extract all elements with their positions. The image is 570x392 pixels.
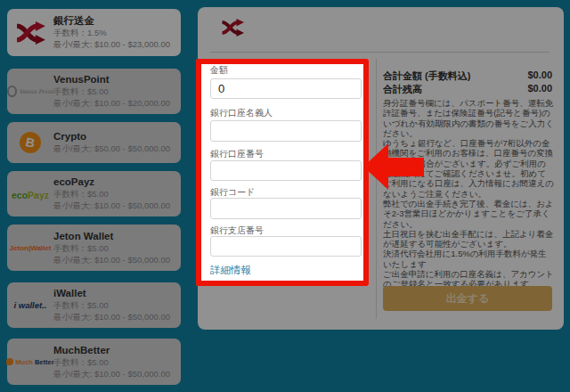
shuffle-arrows-icon [7,21,53,45]
ecopayz-logo-icon: ecoPayz [7,186,53,202]
payment-method-crypto[interactable]: B Crypto 最小/最大: $50.00 - $50,000.00 [7,122,181,163]
jeton-logo-icon: Jeton|Wallet [7,244,53,252]
header-divider [210,52,550,53]
method-fee: 手数料：$5.00 [53,189,177,200]
method-fee: 手数料：1.5% [53,28,177,38]
withdrawal-notes: 身分証番号欄には、パスポート番号、運転免許証番号、または保険証番号(記号と番号)… [383,98,554,290]
total-balance-label: 合計残高 [383,83,422,96]
total-balance-value: $0.00 [527,83,552,96]
account-number-label: 銀行口座番号 [210,148,264,160]
method-name: ecoPayz [53,176,177,188]
bank-code-label: 銀行コード [210,186,255,199]
total-amount-value: $0.00 [527,69,552,83]
method-fee: 手数料：$5.00 [53,357,177,368]
account-holder-label: 銀行口座名義人 [210,107,273,119]
amount-input[interactable] [210,78,362,99]
method-name: Crypto [53,131,177,143]
note-paragraph: 弊社での出金手続き完了後、着金には、およそ2-3営業日ほどかかりますことをご了承… [383,199,554,229]
method-minmax: 最小/最大: $50.00 - $50,000.00 [53,143,177,154]
total-amount-label: 合計金額 (手数料込) [383,69,470,83]
note-paragraph: ゆうちょ銀行など、口座番号が7桁以外の金融機関をご利用のお客様は、口座番号の変換… [383,138,554,199]
method-minmax: 最小/最大: $10.00 - $50,000.00 [53,369,177,380]
payment-method-venuspoint[interactable]: Venus Point VenusPoint 手数料：$5.00 最小/最大: … [7,69,181,114]
method-fee: 手数料：$5.00 [53,86,177,97]
note-paragraph: 身分証番号欄には、パスポート番号、運転免許証番号、または保険証番号(記号と番号)… [383,98,554,138]
branch-number-input[interactable] [210,236,362,257]
account-number-input[interactable] [210,160,362,181]
method-name: Jeton Wallet [53,231,177,242]
method-minmax: 最小/最大: $10.00 - $20,000.00 [53,98,177,109]
bank-code-input[interactable] [210,198,362,219]
shuffle-arrows-icon [221,19,244,40]
method-minmax: 最小/最大: $10.00 - $23,000.00 [53,39,177,50]
bitcoin-icon: B [7,132,53,153]
payment-method-muchbetter[interactable]: MuchBetter MuchBetter 手数料：$5.00 最小/最大: $… [7,339,181,385]
withdraw-button[interactable]: 出金する [383,286,552,311]
payment-method-ecopayz[interactable]: ecoPayz ecoPayz 手数料：$5.00 最小/最大: $10.00 … [7,171,181,216]
iwallet-logo-icon: i wallet.. [7,300,53,310]
method-name: MuchBetter [53,345,177,356]
payment-method-iwallet[interactable]: i wallet.. iWallet 手数料：$5.00 最小/最大: $10.… [7,282,181,328]
method-name: iWallet [53,288,177,299]
withdrawal-panel: 金額 銀行口座名義人 銀行口座番号 銀行コード 銀行支店番号 詳細情報 合計金額… [198,7,564,330]
muchbetter-logo-icon: MuchBetter [7,358,53,366]
method-name: VenusPoint [53,74,177,86]
method-minmax: 最小/最大: $10.00 - $50,000.00 [53,200,177,211]
payment-method-bank-transfer[interactable]: 銀行送金 手数料：1.5% 最小/最大: $10.00 - $23,000.00 [7,9,181,56]
method-fee: 手数料：$5.00 [53,300,177,311]
method-minmax: 最小/最大: $10.00 - $50,000.00 [53,255,177,265]
note-paragraph: 土日祝日を挟む出金手配には、上記より着金が遅延する可能性がございます。 [383,229,554,249]
method-name: 銀行送金 [53,15,177,27]
details-link[interactable]: 詳細情報 [210,264,251,277]
account-holder-input[interactable] [210,120,362,142]
venuspoint-logo-icon: Venus Point [7,86,53,97]
branch-number-label: 銀行支店番号 [210,225,264,237]
payment-method-jeton-wallet[interactable]: Jeton|Wallet Jeton Wallet 手数料：$5.00 最小/最… [7,225,181,271]
method-minmax: 最小/最大: $10.00 - $50,000.00 [53,312,177,323]
column-divider [376,59,377,319]
note-paragraph: 決済代行会社用に1.5%の利用手数料が発生いたします [383,249,554,269]
method-fee: 手数料：$5.00 [53,243,177,254]
amount-label: 金額 [210,64,228,77]
